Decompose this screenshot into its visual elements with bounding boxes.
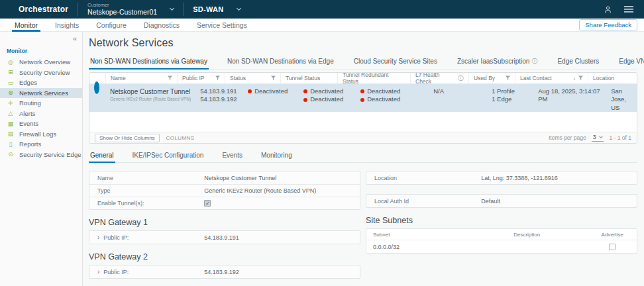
location-field: Location Lat, Lng: 37.3388, -121.8916 — [366, 171, 637, 184]
enable-tunnels-checkbox[interactable] — [204, 200, 211, 207]
vpn2-public-ip-label: Public IP: — [103, 269, 129, 275]
nav-tab-configure[interactable]: Configure — [93, 19, 129, 32]
columns-button[interactable]: COLUMNS — [166, 135, 195, 141]
alerts-icon: △ — [7, 110, 15, 117]
filter-icon[interactable] — [506, 75, 510, 81]
tunnels-table: Name Public IP Status Tunnel Status Tunn… — [89, 72, 637, 144]
share-feedback-button[interactable]: Share Feedback — [579, 19, 637, 30]
reports-icon: ▯ — [7, 141, 15, 148]
vpn1-public-ip-row[interactable]: › Public IP: 54.183.9.191 — [89, 231, 360, 244]
nav-tab-service-settings[interactable]: Service Settings — [194, 19, 250, 32]
user-icon[interactable] — [604, 5, 612, 14]
items-per-page-label: Items per page — [549, 134, 586, 141]
sidebar-item-alerts[interactable]: △ Alerts — [0, 109, 82, 119]
chevron-right-icon[interactable]: › — [97, 234, 99, 241]
tab-general[interactable]: General — [89, 149, 115, 162]
nav-tab-monitor[interactable]: Monitor — [12, 19, 40, 32]
vpn-gateway-1-heading: VPN Gateway 1 — [89, 218, 360, 227]
column-label: Last Contact — [520, 75, 552, 81]
row-l7-cell: N/A — [429, 84, 487, 95]
sidebar-item-network-overview[interactable]: ◎ Network Overview — [0, 57, 82, 68]
filter-icon[interactable] — [578, 75, 583, 81]
tab-events[interactable]: Events — [221, 149, 244, 162]
filter-icon[interactable] — [168, 75, 172, 81]
type-value: Generic IKEv2 Router (Route Based VPN) — [204, 187, 316, 194]
sse-icon: ⊙ — [7, 151, 15, 158]
tab-label: Zscaler IaasSubscription — [457, 58, 530, 65]
row-tunnel-status-cell: Deactivated Deactivated — [299, 84, 356, 104]
events-icon: ▦ — [7, 120, 15, 127]
page-size-value: 3 — [593, 134, 596, 140]
column-tunnel-redundant-status: Tunnel Redundant Status — [337, 73, 410, 84]
advertise-column: Advertise — [588, 232, 637, 238]
public-ip-1: 54.183.9.191 — [200, 87, 239, 95]
column-label: L7 Health Check — [415, 72, 455, 85]
public-ip-2: 54.183.9.192 — [200, 95, 239, 103]
vpn1-public-ip-label: Public IP: — [103, 234, 129, 241]
sidebar-item-label: Edges — [19, 79, 37, 86]
table-row[interactable]: Netskope Customer Tunnel Generic IKEv2 R… — [89, 84, 637, 112]
local-auth-box: Local Auth Id Default — [366, 194, 637, 208]
tab-nsd-via-edge[interactable]: Non SD-WAN Destinations via Edge — [226, 54, 335, 69]
sort-desc-icon[interactable]: ↓ — [573, 75, 576, 81]
nav-tab-insights[interactable]: Insights — [52, 19, 81, 32]
column-label: Public IP — [182, 75, 205, 81]
site-subnets-table: Subnet Description Advertise 0.0.0.0/32 — [366, 228, 637, 254]
tunnel-redundant-2: Deactivated — [367, 95, 400, 103]
site-subnets-heading: Site Subnets — [366, 216, 637, 225]
detail-right-column: Location Lat, Lng: 37.3388, -121.8916 Lo… — [366, 171, 637, 286]
sidebar-item-edges[interactable]: ▭ Edges — [0, 77, 82, 88]
tab-ike-ipsec-configuration[interactable]: IKE/IPSec Configuration — [131, 149, 205, 162]
product-selector[interactable]: SD-WAN — [193, 5, 240, 13]
local-auth-label: Local Auth Id — [374, 198, 481, 205]
show-hide-columns-button[interactable]: Show Or Hide Columns — [95, 134, 160, 142]
sidebar-item-events[interactable]: ▦ Events — [0, 119, 82, 129]
tunnel-redundant-1: Deactivated — [367, 87, 400, 95]
customer-value: Netskope-Customer01 — [87, 8, 157, 16]
local-auth-value: Default — [481, 198, 500, 205]
column-l7-health-check: L7 Health Check ⓘ — [410, 73, 468, 84]
row-tunnel-redundant-cell: Deactivated Deactivated — [356, 84, 429, 104]
table-header-row: Name Public IP Status Tunnel Status Tunn… — [89, 73, 637, 84]
column-used-by: Used By — [468, 73, 515, 84]
used-by-1: 1 Profile — [492, 87, 529, 95]
row-public-ip-cell: 54.183.9.191 54.183.9.192 — [195, 84, 243, 104]
advertise-checkbox[interactable] — [609, 244, 616, 250]
status-text: Deactivated — [254, 87, 288, 95]
row-location-cell: San Jose, US — [606, 84, 637, 112]
sidebar-item-security-service-edge[interactable]: ⊙ Security Service Edge (S... — [0, 150, 82, 160]
filter-icon[interactable] — [215, 75, 220, 81]
row-radio-selected[interactable] — [94, 81, 99, 94]
tunnel-type-subtext: Generic IKEv2 Router (Route Based VPN) — [110, 97, 191, 102]
nav-tab-diagnostics[interactable]: Diagnostics — [141, 19, 182, 32]
chevron-right-icon[interactable]: › — [97, 269, 99, 275]
tab-nsd-via-gateway[interactable]: Non SD-WAN Destinations via Gateway — [89, 54, 209, 69]
table-footer: Show Or Hide Columns COLUMNS Items per p… — [89, 132, 637, 143]
chevron-down-icon — [600, 134, 604, 138]
vpn2-public-ip-row[interactable]: › Public IP: 54.183.9.192 — [89, 265, 360, 278]
table-empty-space — [89, 112, 637, 132]
tab-zscaler-iaas-subscription[interactable]: Zscaler IaasSubscription ⓘ — [456, 54, 539, 69]
sidebar-item-network-services[interactable]: ⊛ Network Services — [0, 88, 82, 99]
tab-monitoring[interactable]: Monitoring — [260, 149, 294, 162]
sidebar-item-label: Security Overview — [19, 69, 70, 76]
tab-edge-vnfs[interactable]: Edge VNFs — [617, 54, 644, 69]
tab-cloud-security-service-sites[interactable]: Cloud Security Service Sites — [352, 54, 439, 69]
sidebar-item-security-overview[interactable]: ⊞ Security Overview — [0, 68, 82, 78]
filter-icon[interactable] — [271, 75, 276, 81]
menu-icon[interactable] — [624, 5, 633, 13]
column-name: Name — [105, 73, 177, 84]
sidebar-item-routing[interactable]: ✛ Routing — [0, 98, 82, 109]
tab-edge-clusters[interactable]: Edge Clusters — [556, 54, 600, 69]
column-label: Status — [230, 75, 246, 81]
customer-selector[interactable]: Customer Netskope-Customer01 — [87, 3, 174, 17]
status-red-dot — [303, 98, 307, 102]
sidebar-collapse-icon[interactable]: « — [73, 34, 77, 42]
column-label: Name — [111, 75, 126, 81]
subnet-column: Subnet — [366, 232, 507, 238]
page-size-select[interactable]: 3 — [592, 134, 604, 142]
sidebar-item-reports[interactable]: ▯ Reports — [0, 139, 82, 150]
enable-tunnels-field: Enable Tunnel(s): — [89, 197, 360, 209]
sidebar-item-label: Network Overview — [19, 58, 70, 66]
sidebar-item-firewall-logs[interactable]: ▤ Firewall Logs — [0, 129, 82, 140]
